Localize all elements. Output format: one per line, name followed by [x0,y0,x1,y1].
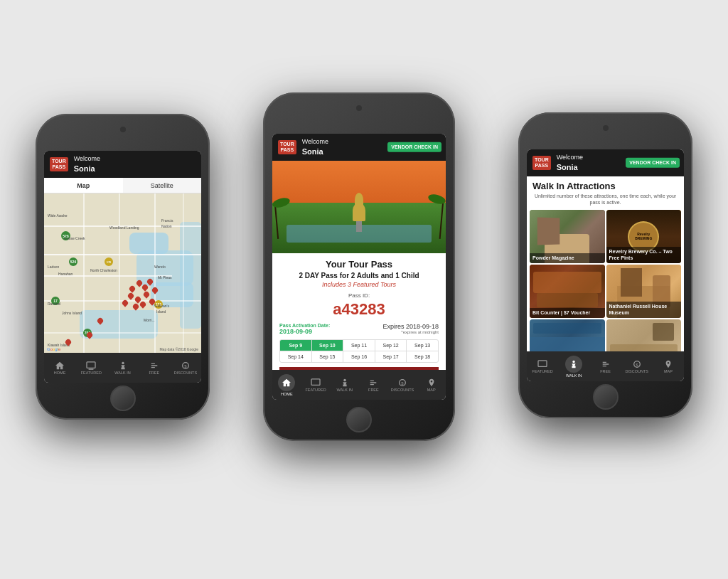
camera-left [120,127,126,132]
phone-right: TOUR PASS Welcome Sonia VENDOR CHECK IN … [518,112,692,418]
map-icon-right [663,360,674,368]
cal-sep15: Sep 15 [312,351,344,362]
discount-icon-right: $ [631,360,643,368]
attraction-powder[interactable]: Powder Magazine [530,210,605,263]
expiry-date: Expires 2018-09-18 [382,323,439,330]
walk-in-title: Walk In Attractions [527,176,684,193]
label-francis: Francis [161,218,173,223]
nav-featured-mid[interactable]: FEATURED [301,370,331,400]
walkin-icon-right [568,360,579,368]
nav-discounts-mid[interactable]: $ DISCOUNTS [388,370,417,400]
attraction-6[interactable] [606,319,682,351]
free-icon-right [600,360,611,368]
pass-subtitle: 2 DAY Pass for 2 Adults and 1 Child [279,272,439,280]
nav-walkin-left[interactable]: WALK IN [107,353,138,383]
attraction-label-nathaniel: Nathaniel Russell House Museum [606,302,682,318]
cal-sep12: Sep 12 [375,340,407,351]
walkin-icon-mid [339,378,350,387]
road-v3 [154,193,156,353]
vendor-checkin-btn-right[interactable]: VENDOR CHECK IN [626,158,680,168]
nav-walkin-mid[interactable]: WALK IN [330,370,359,400]
pin-8 [152,287,158,294]
pass-includes: Includes 3 Featured Tours [279,281,439,288]
camera-right [603,125,609,131]
road-v2 [119,193,120,353]
tab-map[interactable]: Map [44,178,123,193]
activation-section: Pass Activation Date: 2018-09-09 [279,323,330,335]
nav-discounts-left[interactable]: $ DISCOUNTS [170,353,201,383]
cal-sep14: Sep 14 [280,351,312,362]
screen-mid: TOUR PASS Welcome Sonia VENDOR CHECK IN [272,134,446,400]
svg-rect-5 [311,378,320,385]
home-button-mid[interactable] [346,407,372,432]
nav-home-mid[interactable]: HOME [272,370,301,400]
logo-box-mid: TOUR PASS [278,140,296,155]
svg-point-2 [122,361,124,363]
free-icon-mid [368,378,379,387]
attraction-counter[interactable]: Bit Counter | $7 Voucher [530,265,605,318]
map-background: 526 526 17 176 700 171 Wide Awake Goose … [44,193,201,353]
highway-176: 176 [105,257,113,266]
nathaniel-stairs [621,268,642,297]
svg-rect-9 [538,360,547,366]
welcome-mid: Welcome Sonia [302,138,328,156]
pin-13 [97,318,103,325]
pineapple-top [355,193,363,207]
cal-sep9: Sep 9 [280,340,312,351]
nav-map-mid[interactable]: MAP [417,370,446,400]
nav-home-left[interactable]: HOME [44,353,75,383]
map-view[interactable]: 526 526 17 176 700 171 Wide Awake Goose … [44,193,201,353]
attraction-revelry[interactable]: RevelryBREWING Revelry Brewery Co. – Two… [606,210,682,263]
featured-icon [85,361,97,370]
svg-point-6 [343,378,346,381]
featured-icon-right [537,360,548,368]
label-island: Island [156,309,166,314]
nav-walkin-right[interactable]: WALK IN [558,351,589,381]
home-button-right[interactable] [593,384,619,410]
label-landing: Woodland Landing [109,225,139,230]
vendor-checkin-btn-mid[interactable]: VENDOR CHECK IN [387,142,441,152]
nav-featured-right[interactable]: FEATURED [527,351,558,381]
pin-11 [140,302,146,309]
nav-free-right[interactable]: FREE [589,351,621,381]
cal-sep18: Sep 18 [407,351,438,362]
road-h5 [44,332,201,334]
home-icon-mid [281,378,292,387]
attr5-water [530,337,605,351]
featured-icon-mid [310,378,321,387]
nav-free-mid[interactable]: FREE [359,370,388,400]
walkin-icon-bg [565,356,582,373]
header-right: TOUR PASS Welcome Sonia VENDOR CHECK IN [527,149,684,176]
tab-satellite[interactable]: Satellite [123,178,202,193]
pass-id-label: Pass ID: [279,292,439,299]
attr6-item [653,323,674,341]
cal-sep11: Sep 11 [343,340,375,351]
label-hanahan: Hanahan [58,272,73,276]
nav-discounts-right[interactable]: $ DISCOUNTS [621,351,653,381]
cal-row-1: Sep 9 Sep 10 Sep 11 Sep 12 Sep 13 [280,340,438,351]
welcome-left: Welcome Sonia [74,155,100,174]
label-wando: Wando [154,265,166,269]
pin-14 [87,332,92,339]
attractions-grid: Powder Magazine RevelryBREWING Revelry B… [527,210,684,351]
home-button-left[interactable] [110,386,136,411]
label-nation: Nation [161,224,171,228]
attraction-nathaniel[interactable]: Nathaniel Russell House Museum [606,265,682,318]
label-johns-island: Johns Island [62,311,82,315]
nav-map-right[interactable]: MAP [653,351,684,381]
pin-12 [149,299,155,306]
label-wide-awake: Wide Awake [48,213,67,218]
attr5-sky [533,323,601,334]
calendar-grid: Sep 9 Sep 10 Sep 11 Sep 12 Sep 13 Sep 14… [279,339,439,363]
powder-wall [537,218,559,245]
attr5-scene [530,319,605,351]
bottom-nav-mid: HOME FEATURED WALK IN [272,370,446,400]
pin-9 [122,300,128,307]
nav-featured-left[interactable]: FEATURED [75,353,107,383]
counter-plate [533,272,601,293]
attraction-5[interactable] [530,319,605,351]
nav-free-left[interactable]: FREE [139,353,170,383]
screen-right: TOUR PASS Welcome Sonia VENDOR CHECK IN … [527,149,684,381]
expiry-section: Expires 2018-09-18 *expires at midnight [382,323,439,334]
discount-icon: $ [180,361,191,370]
